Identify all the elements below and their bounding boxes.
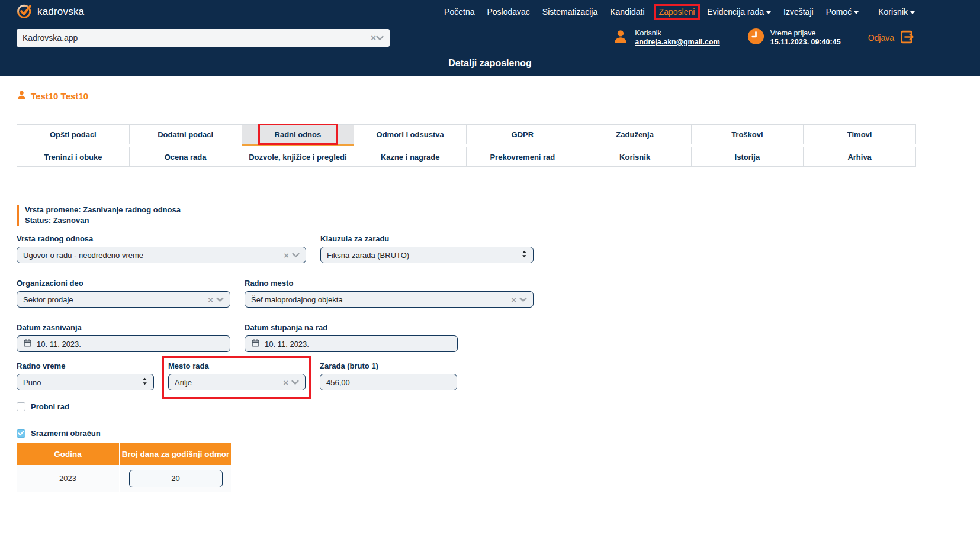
change-type-text: Vrsta promene: Zasnivanje radnog odnosa — [25, 205, 980, 215]
nav-item-evidencija-rada[interactable]: Evidencija rada — [707, 7, 771, 17]
organizacioni-deo-label: Organizacioni deo — [17, 279, 230, 288]
srazmerni-obracun-checkbox-row[interactable]: Srazmerni obračun — [17, 429, 980, 438]
tab-odmori-i-odsustva[interactable]: Odmori i odsustva — [354, 124, 467, 144]
login-time-label: Vreme prijave — [770, 29, 841, 38]
caret-down-icon — [766, 11, 771, 14]
calendar-icon[interactable] — [251, 338, 260, 349]
change-info-box: Vrsta promene: Zasnivanje radnog odnosa … — [17, 205, 980, 226]
datum-zasnivanja-label: Datum zasnivanja — [17, 323, 230, 332]
radno-vreme-select[interactable]: Puno — [17, 374, 154, 390]
srazmerni-obracun-label: Srazmerni obračun — [31, 429, 101, 438]
zarada-bruto-input[interactable] — [320, 374, 457, 390]
toolbar: Kadrovska.app × Korisnik andreja.akn@gma… — [0, 24, 980, 51]
tab-radni-odnos[interactable]: Radni odnos — [242, 124, 355, 144]
chevron-down-icon[interactable] — [216, 295, 224, 304]
tab-istorija[interactable]: Istorija — [691, 147, 804, 167]
annotation-box-zaposleni: Zaposleni — [654, 4, 701, 20]
employee-tabs: Opšti podaci Dodatni podaci Radni odnos … — [17, 124, 915, 167]
tab-korisnik[interactable]: Korisnik — [579, 147, 692, 167]
mesto-rada-label: Mesto rada — [168, 361, 306, 370]
clock-icon — [747, 28, 764, 47]
clear-icon[interactable]: × — [511, 295, 516, 304]
brand-name: kadrovska — [37, 6, 84, 18]
tab-ocena-rada[interactable]: Ocena rada — [129, 147, 242, 167]
logout-label: Odjava — [868, 33, 894, 43]
tab-gdpr[interactable]: GDPR — [466, 124, 579, 144]
radno-mesto-label: Radno mesto — [245, 279, 534, 288]
user-email[interactable]: andreja.akn@gmail.com — [635, 38, 720, 47]
login-time-info: Vreme prijave 15.11.2023. 09:40:45 — [747, 28, 841, 47]
probni-rad-label: Probni rad — [31, 402, 69, 411]
nav-item-sistematizacija[interactable]: Sistematizacija — [542, 7, 597, 17]
tab-opsti-podaci[interactable]: Opšti podaci — [17, 124, 130, 144]
app-select-value: Kadrovska.app — [23, 33, 78, 43]
brand-logo[interactable]: kadrovska — [17, 3, 84, 21]
kadrovska-logo-icon — [17, 3, 33, 21]
active-tab-underline — [242, 144, 354, 146]
tab-arhiva[interactable]: Arhiva — [803, 147, 916, 167]
nav-item-poslodavac[interactable]: Poslodavac — [487, 7, 529, 17]
user-label: Korisnik — [635, 29, 720, 38]
user-info: Korisnik andreja.akn@gmail.com — [612, 28, 720, 47]
srazmerni-obracun-checkbox[interactable] — [17, 429, 25, 438]
nav-item-izvestaji[interactable]: Izveštaji — [783, 7, 814, 17]
status-text: Status: Zasnovan — [25, 216, 980, 225]
person-icon — [17, 90, 27, 102]
radno-vreme-label: Radno vreme — [17, 361, 154, 370]
logout-button[interactable]: Odjava — [868, 29, 915, 47]
nav-item-korisnik[interactable]: Korisnik — [878, 7, 915, 17]
nav-item-zaposleni[interactable]: Zaposleni — [659, 7, 695, 17]
probni-rad-checkbox-row[interactable]: Probni rad — [17, 402, 980, 411]
organizacioni-deo-select[interactable]: Sektor prodaje × — [17, 291, 230, 308]
nav-item-pomoc[interactable]: Pomoć — [826, 7, 859, 17]
datum-stupanja-input[interactable]: 10. 11. 2023. — [245, 335, 458, 352]
tab-prekovremeni-rad[interactable]: Prekovremeni rad — [466, 147, 579, 167]
klauzula-za-zaradu-label: Klauzula za zaradu — [320, 234, 534, 243]
caret-down-icon — [910, 11, 915, 14]
vrsta-radnog-odnosa-label: Vrsta radnog odnosa — [17, 234, 306, 243]
clear-icon[interactable]: × — [284, 251, 289, 260]
srazmerni-table: Godina Broj dana za godišnji odmor 2023 — [17, 443, 231, 492]
main-nav: Početna Poslodavac Sistematizacija Kandi… — [444, 7, 915, 17]
clear-icon[interactable]: × — [371, 33, 376, 42]
title-band: Detalji zaposlenog — [0, 51, 980, 76]
chevron-down-icon[interactable] — [291, 378, 299, 387]
chevron-down-icon[interactable] — [292, 251, 300, 260]
tab-dozvole-knjizice-pregledi[interactable]: Dozvole, knjižice i pregledi — [242, 147, 355, 167]
vrsta-radnog-odnosa-select[interactable]: Ugovor o radu - neodređeno vreme × — [17, 247, 306, 263]
updown-icon — [142, 377, 147, 387]
employee-header: Test10 Test10 — [17, 90, 980, 102]
login-time-value: 15.11.2023. 09:40:45 — [770, 38, 841, 47]
calendar-icon[interactable] — [23, 338, 32, 349]
klauzula-za-zaradu-select[interactable]: Fiksna zarada (BRUTO) — [320, 247, 534, 263]
datum-zasnivanja-input[interactable]: 10. 11. 2023. — [17, 335, 230, 352]
tab-treninzi-i-obuke[interactable]: Treninzi i obuke — [17, 147, 130, 167]
tab-dodatni-podaci[interactable]: Dodatni podaci — [129, 124, 242, 144]
app-select[interactable]: Kadrovska.app × — [17, 29, 390, 47]
tab-timovi[interactable]: Timovi — [803, 124, 916, 144]
employee-name: Test10 Test10 — [31, 91, 88, 101]
tab-kazne-i-nagrade[interactable]: Kazne i nagrade — [354, 147, 467, 167]
nav-item-kandidati[interactable]: Kandidati — [610, 7, 644, 17]
nav-item-pocetna[interactable]: Početna — [444, 7, 474, 17]
updown-icon — [522, 250, 527, 260]
zarada-bruto-label: Zarada (bruto 1) — [320, 361, 457, 370]
tab-troskovi[interactable]: Troškovi — [691, 124, 804, 144]
mesto-rada-select[interactable]: Arilje × — [168, 374, 306, 390]
probni-rad-checkbox[interactable] — [17, 402, 25, 411]
page-title: Detalji zaposlenog — [448, 58, 531, 69]
table-cell-godina: 2023 — [17, 465, 120, 492]
logout-icon — [899, 29, 915, 47]
table-header-godina: Godina — [17, 443, 120, 465]
chevron-down-icon[interactable] — [376, 33, 384, 43]
radno-mesto-select[interactable]: Šef maloprodajnog objekta × — [245, 291, 534, 308]
tab-zaduzenja[interactable]: Zaduženja — [579, 124, 692, 144]
user-icon — [612, 28, 629, 47]
chevron-down-icon[interactable] — [519, 295, 527, 304]
broj-dana-input[interactable] — [129, 470, 223, 487]
caret-down-icon — [854, 11, 859, 14]
table-row: 2023 — [17, 465, 231, 492]
clear-icon[interactable]: × — [208, 295, 213, 304]
clear-icon[interactable]: × — [283, 378, 288, 387]
table-header-broj-dana: Broj dana za godišnji odmor — [120, 443, 231, 465]
